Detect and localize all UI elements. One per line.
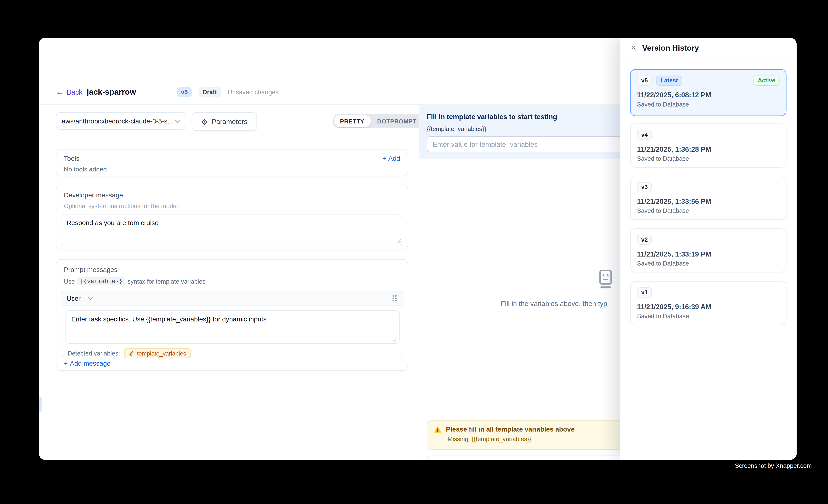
user-message-input[interactable]: Enter task specifics. Use {{template_var… <box>66 310 400 344</box>
unsaved-changes-text: Unsaved changes <box>227 88 279 96</box>
latest-badge: Latest <box>656 76 682 86</box>
version-badge: v5 <box>177 87 192 97</box>
developer-message-subtitle: Optional system instructions for the mod… <box>64 203 403 209</box>
prompt-messages-title: Prompt messages <box>64 266 403 274</box>
role-select-value: User <box>67 295 81 302</box>
model-select[interactable]: aws/anthropic/bedrock-claude-3-5-s... <box>56 112 186 130</box>
version-number-badge: v2 <box>637 235 652 245</box>
tools-title: Tools <box>64 155 79 162</box>
active-badge: Active <box>753 76 780 86</box>
version-card-v2[interactable]: v2 11/21/2025, 1:33:19 PM Saved to Datab… <box>630 228 786 272</box>
message-header: User <box>61 291 403 306</box>
draft-badge: Draft <box>198 87 221 97</box>
detected-variables-label: Detected variables: <box>68 350 120 356</box>
no-tools-text: No tools added <box>64 165 400 173</box>
add-message-label: Add message <box>70 360 111 367</box>
version-history-drawer: × Version History v5 Latest Active 11/22… <box>620 38 796 460</box>
version-timestamp: 11/21/2025, 1:33:56 PM <box>637 198 780 205</box>
version-timestamp: 11/21/2025, 1:33:19 PM <box>637 250 780 258</box>
version-status: Saved to Database <box>637 313 780 320</box>
screenshot-stage: ← Back jack-sparrow v5 Draft Unsaved cha… <box>0 0 828 504</box>
header-row: ← Back <box>56 87 82 97</box>
toggle-option-dotprompt[interactable]: DOTPROMPT <box>371 115 423 127</box>
bot-icon <box>598 270 613 289</box>
drag-handle[interactable] <box>391 294 398 302</box>
pencil-icon <box>129 350 134 356</box>
version-timestamp: 11/21/2025, 1:36:28 PM <box>637 145 780 153</box>
version-number-badge: v4 <box>637 130 652 140</box>
template-variable-chip[interactable]: template_variables <box>124 348 191 358</box>
parameters-label: Parameters <box>212 118 247 126</box>
version-card-v5[interactable]: v5 Latest Active 11/22/2025, 6:08:12 PM … <box>630 69 786 116</box>
developer-message-title: Developer message <box>64 192 403 199</box>
version-card-v1[interactable]: v1 11/21/2025, 9:16:39 AM Saved to Datab… <box>630 281 786 325</box>
plus-icon: + <box>382 155 386 162</box>
parameters-button[interactable]: ⚙ Parameters <box>192 112 257 131</box>
developer-message-input[interactable]: Respond as you are tom cruise <box>60 214 402 246</box>
warning-icon <box>434 426 442 433</box>
drawer-title: Version History <box>642 44 699 52</box>
add-message-button[interactable]: + Add message <box>64 360 111 367</box>
drawer-header: × Version History <box>620 38 796 59</box>
drag-dots-icon <box>391 294 398 302</box>
variable-syntax-chip: {{variable}} <box>77 277 125 285</box>
edge-peek-panel <box>39 396 42 413</box>
header-badges: v5 Draft Unsaved changes <box>177 87 279 97</box>
version-number-badge: v5 <box>637 76 652 86</box>
gear-icon: ⚙ <box>201 118 208 125</box>
subtitle-prefix: Use <box>64 278 75 285</box>
subtitle-suffix: syntax for template variables <box>128 278 206 285</box>
format-toggle: PRETTY DOTPROMPT <box>333 114 424 128</box>
tools-card: Tools + Add No tools added <box>56 149 408 176</box>
version-timestamp: 11/22/2025, 6:08:12 PM <box>637 91 780 99</box>
back-arrow-icon: ← <box>56 88 64 96</box>
back-label: Back <box>67 88 82 96</box>
chevron-down-icon <box>88 297 93 300</box>
detected-variables-row: Detected variables: template_variables <box>61 348 403 358</box>
back-button[interactable]: ← Back <box>56 88 82 96</box>
empty-state-text: Fill in the variables above, then typ <box>501 300 607 307</box>
message-block: User Enter task specifics. <box>60 291 403 358</box>
version-card-v4[interactable]: v4 11/21/2025, 1:36:28 PM Saved to Datab… <box>630 123 786 168</box>
plus-icon: + <box>64 360 68 367</box>
model-select-value: aws/anthropic/bedrock-claude-3-5-s... <box>62 118 173 125</box>
version-card-v3[interactable]: v3 11/21/2025, 1:33:56 PM Saved to Datab… <box>630 176 786 220</box>
warning-title: Please fill in all template variables ab… <box>446 426 575 433</box>
version-status: Saved to Database <box>637 101 780 108</box>
version-number-badge: v3 <box>637 182 652 192</box>
template-variable-chip-label: template_variables <box>137 350 186 356</box>
prompt-messages-card: Prompt messages Use {{variable}} syntax … <box>56 259 408 371</box>
toggle-option-pretty[interactable]: PRETTY <box>334 115 371 127</box>
watermark-text: Screenshot by Xnapper.com <box>735 462 812 469</box>
add-tool-label: Add <box>388 155 400 162</box>
page-title: jack-sparrow <box>87 87 136 97</box>
version-status: Saved to Database <box>637 208 780 214</box>
close-icon[interactable]: × <box>629 43 638 53</box>
add-tool-button[interactable]: + Add <box>382 155 400 162</box>
role-select[interactable]: User <box>67 295 93 302</box>
prompt-messages-subtitle: Use {{variable}} syntax for template var… <box>64 277 403 285</box>
version-status: Saved to Database <box>637 260 780 267</box>
version-timestamp: 11/21/2025, 9:16:39 AM <box>637 303 780 311</box>
chevron-down-icon <box>175 120 180 123</box>
version-number-badge: v1 <box>637 287 652 298</box>
app-window: ← Back jack-sparrow v5 Draft Unsaved cha… <box>39 38 796 460</box>
version-status: Saved to Database <box>637 156 780 162</box>
developer-message-card: Developer message Optional system instru… <box>56 184 408 250</box>
